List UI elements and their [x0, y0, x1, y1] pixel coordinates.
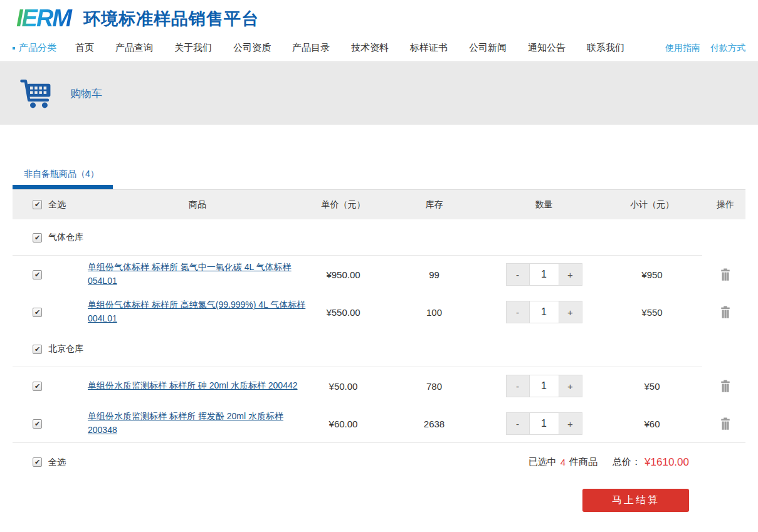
product-link[interactable]: 单组份气体标样 标样所 氮气中一氧化碳 4L 气体标样 054L01 [88, 262, 292, 286]
selected-prefix: 已选中 [529, 456, 557, 468]
nav-item[interactable]: 关于我们 [174, 42, 212, 53]
shopping-cart-icon [19, 77, 53, 110]
quantity-stepper: - + [506, 301, 582, 323]
col-action: 操作 [705, 199, 745, 211]
nav-item[interactable]: 公司新闻 [469, 42, 507, 53]
stock-value: 99 [379, 269, 489, 280]
quantity-decrease-button[interactable]: - [507, 301, 530, 323]
quantity-input[interactable] [530, 413, 559, 434]
quantity-stepper: - + [506, 412, 582, 435]
item-checkbox[interactable] [33, 419, 42, 429]
selected-count: 4 [561, 457, 566, 467]
nav-item[interactable]: 技术资料 [351, 42, 389, 53]
quantity-increase-button[interactable]: + [559, 375, 582, 397]
col-stock: 库存 [379, 199, 489, 211]
unit-price: ¥950.00 [307, 269, 379, 280]
col-subtotal: 小计（元） [599, 199, 705, 211]
main-nav: 产品分类 首页 产品查询 关于我们 公司资质 产品目录 技术资料 标样证书 公司… [0, 34, 758, 62]
warehouse-checkbox[interactable] [33, 233, 42, 243]
select-all-footer-checkbox[interactable] [33, 457, 42, 467]
col-unit-price: 单价（元） [307, 199, 379, 211]
cart-item-row: 单组份气体标样 标样所 高纯氮气(99.999%) 4L 气体标样 004L01… [13, 293, 745, 331]
item-checkbox[interactable] [33, 382, 42, 391]
stock-value: 780 [379, 381, 489, 392]
warehouse-group-row: 北京仓库 [13, 331, 745, 367]
subtotal-value: ¥60 [599, 419, 705, 429]
unit-price: ¥550.00 [307, 307, 379, 318]
product-link[interactable]: 单组份气体标样 标样所 高纯氮气(99.999%) 4L 气体标样 004L01 [88, 300, 305, 323]
quantity-decrease-button[interactable]: - [507, 413, 530, 434]
product-link[interactable]: 单组份水质监测标样 标样所 砷 20ml 水质标样 200442 [88, 380, 298, 390]
product-link[interactable]: 单组份水质监测标样 标样所 挥发酚 20ml 水质标样 200348 [88, 411, 283, 435]
nav-category-label: 产品分类 [19, 42, 56, 54]
page-title: 购物车 [70, 86, 102, 101]
delete-item-button[interactable] [705, 380, 745, 393]
quantity-increase-button[interactable]: + [559, 413, 582, 434]
site-title: 环境标准样品销售平台 [83, 8, 259, 30]
trash-icon [719, 268, 732, 281]
warehouse-label: 北京仓库 [48, 343, 83, 355]
subtotal-value: ¥50 [599, 381, 705, 392]
quantity-input[interactable] [530, 375, 559, 397]
quantity-increase-button[interactable]: + [559, 301, 582, 323]
checkout-area: 马上结算 [13, 489, 745, 523]
item-checkbox[interactable] [33, 270, 42, 279]
cart-banner: 购物车 [0, 62, 758, 125]
trash-icon [719, 380, 732, 393]
delete-item-button[interactable] [705, 268, 745, 281]
nav-product-category[interactable]: 产品分类 [13, 42, 56, 54]
col-product: 商品 [88, 199, 307, 211]
nav-utility-link[interactable]: 使用指南 [665, 43, 700, 54]
unit-price: ¥50.00 [307, 381, 379, 392]
nav-utility-link[interactable]: 付款方式 [710, 43, 745, 54]
bullet-icon [13, 47, 15, 50]
site-logo[interactable]: IERM [16, 5, 75, 32]
quantity-increase-button[interactable]: + [559, 264, 582, 285]
nav-item[interactable]: 通知公告 [528, 42, 566, 53]
cart-item-row: 单组份气体标样 标样所 氮气中一氧化碳 4L 气体标样 054L01 ¥950.… [13, 256, 745, 293]
trash-icon [719, 306, 732, 319]
checkout-button[interactable]: 马上结算 [582, 489, 689, 512]
nav-right-links: 使用指南 付款方式 [665, 43, 745, 54]
stock-value: 100 [379, 307, 489, 318]
delete-item-button[interactable] [705, 306, 745, 319]
total-label: 总价： [613, 456, 641, 468]
quantity-decrease-button[interactable]: - [507, 375, 530, 397]
select-all-footer-label: 全选 [48, 457, 66, 468]
nav-item[interactable]: 产品查询 [115, 42, 153, 53]
quantity-stepper: - + [506, 263, 582, 286]
quantity-input[interactable] [530, 264, 559, 285]
cart-tabs: 非自备瓶商品（4） [13, 164, 745, 189]
select-all-label: 全选 [48, 199, 66, 211]
nav-item[interactable]: 公司资质 [233, 42, 271, 53]
quantity-stepper: - + [506, 375, 582, 397]
total-value: ¥1610.00 [645, 456, 689, 469]
site-header: IERM 环境标准样品销售平台 [0, 0, 758, 34]
subtotal-value: ¥550 [599, 307, 705, 318]
col-quantity: 数量 [489, 199, 599, 211]
nav-item[interactable]: 产品目录 [292, 42, 330, 53]
cart-item-row: 单组份水质监测标样 标样所 挥发酚 20ml 水质标样 200348 ¥60.0… [13, 405, 745, 442]
warehouse-label: 气体仓库 [48, 232, 83, 243]
delete-item-button[interactable] [705, 417, 745, 430]
summary-text: 已选中 4 件商品 总价： ¥1610.00 [529, 456, 689, 469]
quantity-decrease-button[interactable]: - [507, 264, 530, 285]
selected-suffix: 件商品 [569, 456, 597, 468]
warehouse-checkbox[interactable] [33, 345, 42, 354]
cart-item-row: 单组份水质监测标样 标样所 砷 20ml 水质标样 200442 ¥50.00 … [13, 367, 745, 405]
nav-item[interactable]: 联系我们 [587, 42, 624, 53]
item-checkbox[interactable] [33, 308, 42, 317]
warehouse-group-row: 气体仓库 [13, 219, 745, 256]
stock-value: 2638 [379, 419, 489, 429]
subtotal-value: ¥950 [599, 269, 705, 280]
nav-item[interactable]: 首页 [75, 42, 94, 53]
table-header: 全选 商品 单价（元） 库存 数量 小计（元） 操作 [13, 189, 745, 219]
tab-non-self-bottle[interactable]: 非自备瓶商品（4） [13, 164, 113, 189]
cart-main: 非自备瓶商品（4） 全选 商品 单价（元） 库存 数量 小计（元） 操作 气体仓… [0, 164, 758, 523]
cart-summary-row: 全选 已选中 4 件商品 总价： ¥1610.00 [13, 442, 745, 481]
quantity-input[interactable] [530, 301, 559, 323]
select-all-checkbox[interactable] [33, 200, 42, 209]
nav-item[interactable]: 标样证书 [410, 42, 448, 53]
cart-body: 气体仓库 单组份气体标样 标样所 氮气中一氧化碳 4L 气体标样 054L01 … [13, 219, 745, 442]
unit-price: ¥60.00 [307, 419, 379, 429]
